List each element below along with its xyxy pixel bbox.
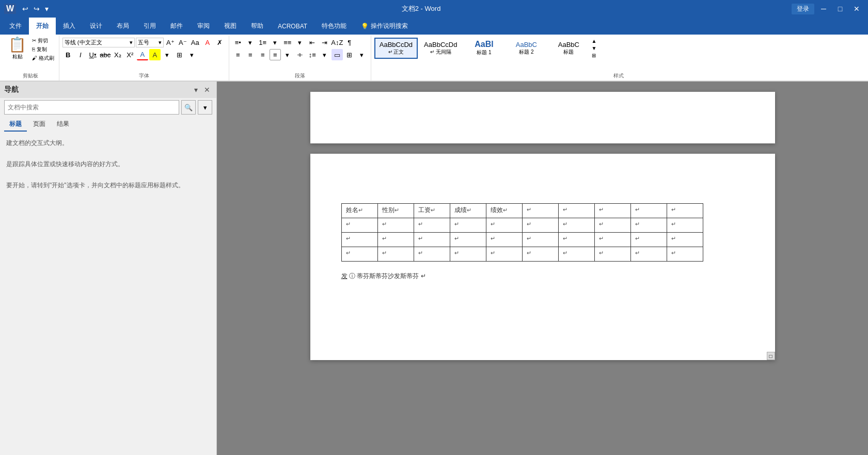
tab-help[interactable]: 帮助	[244, 18, 271, 35]
tab-view[interactable]: 视图	[217, 18, 244, 35]
table-cell-h7[interactable]: ↵	[558, 204, 594, 218]
tab-design[interactable]: 设计	[83, 18, 109, 35]
highlight-text-button[interactable]: A	[202, 37, 213, 48]
strikethrough-button[interactable]: abc	[100, 49, 111, 60]
align-right-button[interactable]: ≡	[257, 49, 269, 60]
line-spacing-dropdown[interactable]: ▾	[319, 49, 330, 60]
subscript-button[interactable]: X₂	[112, 49, 123, 60]
table-r1c4[interactable]: ↵	[450, 218, 486, 233]
tab-layout[interactable]: 布局	[109, 18, 136, 35]
table-r3c7[interactable]: ↵	[558, 247, 594, 262]
table-r1c9[interactable]: ↵	[630, 218, 667, 233]
table-r3c3[interactable]: ↵	[414, 247, 450, 262]
table-r2c6[interactable]: ↵	[522, 233, 558, 247]
format-painter-button[interactable]: 🖌 格式刷	[30, 54, 56, 62]
shading-button[interactable]: ▭	[332, 49, 343, 60]
table-r1c8[interactable]: ↵	[594, 218, 630, 233]
table-cell-h10[interactable]: ↵	[667, 204, 703, 218]
table-r2c3[interactable]: ↵	[414, 233, 450, 247]
cut-button[interactable]: ✂ 剪切	[30, 37, 56, 45]
tab-insert[interactable]: 插入	[56, 18, 83, 35]
minimize-button[interactable]: ─	[816, 2, 831, 16]
table-r2c7[interactable]: ↵	[558, 233, 594, 247]
paste-button[interactable]: 📋 粘贴	[5, 37, 29, 61]
line-spacing-button[interactable]: ↕≡	[307, 49, 318, 60]
tab-review[interactable]: 审阅	[190, 18, 217, 35]
align-center-button[interactable]: ≡	[245, 49, 256, 60]
table-r2c1[interactable]: ↵	[341, 233, 377, 247]
increase-font-button[interactable]: A⁺	[165, 37, 176, 48]
login-button[interactable]: 登录	[792, 4, 814, 14]
table-r2c5[interactable]: ↵	[486, 233, 522, 247]
style-no-spacing[interactable]: AaBbCcDd ↵ 无间隔	[419, 38, 462, 59]
table-r1c6[interactable]: ↵	[522, 218, 558, 233]
table-cell-h6[interactable]: ↵	[522, 204, 558, 218]
table-cell-name-header[interactable]: 姓名↵	[341, 204, 377, 218]
nav-tab-results[interactable]: 结果	[52, 118, 74, 132]
change-case-button[interactable]: Aa	[190, 37, 201, 48]
justify-button[interactable]: ≡	[270, 49, 281, 60]
tab-file[interactable]: 文件	[2, 18, 29, 35]
table-r3c8[interactable]: ↵	[594, 247, 630, 262]
decrease-indent-button[interactable]: ⇤	[307, 37, 318, 48]
border-btn[interactable]: ⊞	[174, 49, 185, 60]
italic-button[interactable]: I	[75, 49, 86, 60]
borders-button[interactable]: ⊞	[344, 49, 355, 60]
quick-access-dropdown[interactable]: ▾	[43, 4, 51, 14]
font-size-select[interactable]: 五号 ▾	[136, 38, 164, 47]
undo-button[interactable]: ↩	[20, 4, 30, 14]
table-r2c8[interactable]: ↵	[594, 233, 630, 247]
align-left-button[interactable]: ≡	[232, 49, 244, 60]
clear-format-button[interactable]: ✗	[214, 37, 226, 48]
bullets-dropdown[interactable]: ▾	[245, 37, 256, 48]
tab-home[interactable]: 开始	[29, 18, 56, 35]
close-button[interactable]: ✕	[849, 2, 864, 16]
table-r3c10[interactable]: ↵	[667, 247, 703, 262]
font-name-select[interactable]: 等线 (中文正文 ▾	[62, 38, 135, 47]
table-r3c4[interactable]: ↵	[450, 247, 486, 262]
table-cell-h9[interactable]: ↵	[630, 204, 667, 218]
table-cell-perf-header[interactable]: 绩效↵	[486, 204, 522, 218]
table-r1c2[interactable]: ↵	[377, 218, 414, 233]
table-r2c4[interactable]: ↵	[450, 233, 486, 247]
tab-mail[interactable]: 邮件	[163, 18, 190, 35]
table-r1c1[interactable]: ↵	[341, 218, 377, 233]
style-heading1[interactable]: AaBl 标题 1	[463, 37, 504, 59]
bold-button[interactable]: B	[62, 49, 74, 60]
doc-body-text[interactable]: 发 ⓘ 蒂芬斯蒂芬沙发斯蒂芬 ↵	[341, 272, 744, 281]
table-cell-h8[interactable]: ↵	[594, 204, 630, 218]
multilevel-dropdown[interactable]: ▾	[294, 37, 306, 48]
underline-button[interactable]: U ▾	[87, 49, 99, 60]
copy-button[interactable]: ⎘ 复制	[30, 45, 56, 54]
multilevel-button[interactable]: ≡≡	[282, 37, 293, 48]
nav-dropdown-button[interactable]: ▾	[192, 85, 200, 95]
tab-acrobat[interactable]: ACROBAT	[271, 18, 314, 35]
numbering-button[interactable]: 1≡	[257, 37, 269, 48]
nav-search-input[interactable]	[4, 100, 179, 115]
table-r3c9[interactable]: ↵	[630, 247, 667, 262]
style-expand[interactable]: ⊞	[590, 52, 597, 59]
table-r1c5[interactable]: ↵	[486, 218, 522, 233]
nav-tab-pages[interactable]: 页面	[28, 118, 51, 132]
table-r1c10[interactable]: ↵	[667, 218, 703, 233]
nav-search-button[interactable]: 🔍	[181, 100, 196, 115]
show-marks-button[interactable]: ¶	[344, 37, 355, 48]
table-r3c5[interactable]: ↵	[486, 247, 522, 262]
table-r2c10[interactable]: ↵	[667, 233, 703, 247]
align-dropdown[interactable]: ▾	[282, 49, 293, 60]
style-title[interactable]: AaBbC 标题	[548, 38, 589, 59]
redo-button[interactable]: ↪	[31, 4, 42, 14]
column-break-button[interactable]: ⟛	[294, 49, 306, 60]
nav-close-button[interactable]: ✕	[202, 85, 212, 95]
table-r3c6[interactable]: ↵	[522, 247, 558, 262]
text-highlight-button[interactable]: A	[149, 49, 161, 60]
borders-dropdown[interactable]: ▾	[356, 49, 368, 60]
doc-area[interactable]: 姓名↵ 性别↵ 工资↵ 成绩↵ 绩效↵ ↵ ↵ ↵ ↵ ↵ ↵	[217, 82, 868, 455]
table-r1c3[interactable]: ↵	[414, 218, 450, 233]
font-color-button[interactable]: A	[137, 49, 148, 60]
table-r2c2[interactable]: ↵	[377, 233, 414, 247]
tab-special[interactable]: 特色功能	[314, 18, 354, 35]
increase-indent-button[interactable]: ⇥	[319, 37, 330, 48]
nav-tab-headings[interactable]: 标题	[4, 118, 27, 132]
tab-search[interactable]: 💡 操作说明搜索	[354, 18, 415, 35]
